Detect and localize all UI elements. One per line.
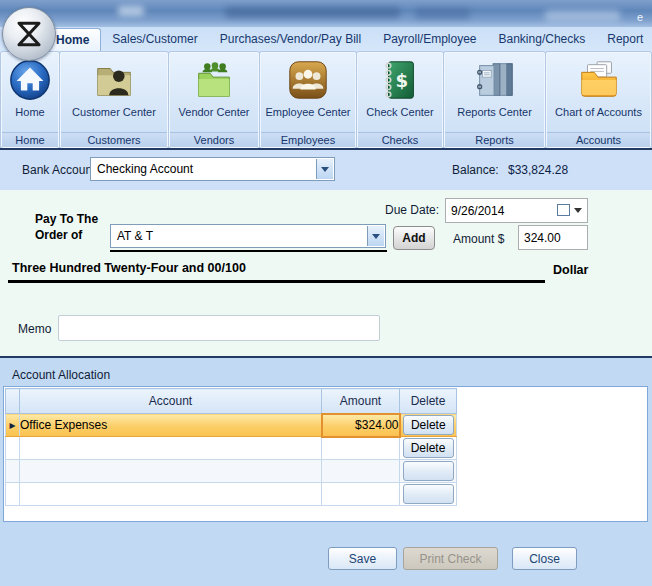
amount-cell[interactable] [322, 437, 400, 460]
svg-text:$: $ [396, 70, 409, 91]
delete-row-button[interactable]: Delete [403, 438, 454, 458]
account-cell[interactable] [20, 460, 322, 483]
ribbon-tab-bar: Home Sales/Customer Purchases/Vendor/Pay… [0, 27, 652, 51]
amount-cell[interactable]: $324.00 [322, 414, 400, 437]
row-marker [6, 483, 20, 506]
memo-input[interactable] [58, 315, 380, 341]
payee-combobox[interactable]: AT & T [110, 224, 386, 248]
delete-column-header[interactable]: Delete [400, 389, 457, 414]
ribbon-group-caption[interactable]: Employees [261, 132, 355, 147]
employee-center-button[interactable]: Employee Center [261, 53, 355, 132]
table-row[interactable]: ▸ Office Expenses $324.00 Delete [6, 414, 457, 437]
vendor-center-icon [191, 57, 237, 103]
app-menu-orb[interactable] [2, 7, 56, 61]
titlebar-blur-blob [118, 6, 144, 16]
account-cell[interactable] [20, 437, 322, 460]
table-row[interactable] [6, 460, 457, 483]
add-payee-button[interactable]: Add [393, 226, 435, 250]
tab-purchases-vendor-pay-bill[interactable]: Purchases/Vendor/Pay Bill [209, 28, 372, 51]
row-marker [6, 437, 20, 460]
allocation-panel: Account Amount Delete ▸ Office Expenses … [3, 386, 648, 522]
tab-report[interactable]: Report [596, 28, 652, 51]
payee-value: AT & T [117, 229, 153, 243]
ribbon-group-home: Home Home [1, 52, 59, 148]
ribbon-group-caption[interactable]: Customers [61, 132, 167, 147]
bank-account-value: Checking Account [97, 162, 193, 176]
delete-row-button[interactable] [403, 461, 454, 481]
chevron-down-icon [321, 167, 329, 172]
pay-to-the-order-of-label: Pay To The Order of [35, 211, 98, 243]
customer-center-button[interactable]: Customer Center [61, 53, 167, 132]
check-form: Due Date: Pay To The Order of AT & T Add… [0, 190, 652, 356]
date-picker-button[interactable] [557, 204, 582, 216]
ribbon-group-caption[interactable]: Accounts [547, 132, 650, 147]
vendor-center-button[interactable]: Vendor Center [170, 53, 258, 132]
row-marker [6, 460, 20, 483]
account-column-header[interactable]: Account [20, 389, 322, 414]
customer-center-icon [91, 57, 137, 103]
ribbon-button-label: Home [15, 106, 44, 118]
due-date-input[interactable] [451, 199, 546, 222]
tab-banking-checks[interactable]: Banking/Checks [488, 28, 597, 51]
bank-account-label: Bank Account: [22, 163, 99, 177]
delete-row-button[interactable] [403, 484, 454, 504]
amount-cell[interactable] [322, 483, 400, 506]
home-button[interactable]: Home [2, 53, 58, 132]
check-center-icon: $ [377, 57, 423, 103]
table-row[interactable]: Delete [6, 437, 457, 460]
home-icon [7, 57, 53, 103]
ribbon-group-caption[interactable]: Vendors [170, 132, 258, 147]
close-button[interactable]: Close [512, 547, 577, 570]
write-checks-window: e Home Sales/Customer Purchases/Vendor/P… [0, 0, 652, 586]
payee-underline [110, 250, 387, 252]
ribbon-group-accounts: Chart of Accounts Accounts [546, 52, 651, 148]
row-selected-marker: ▸ [6, 414, 20, 437]
amount-column-header[interactable]: Amount [322, 389, 400, 414]
balance-label: Balance: [452, 163, 499, 177]
print-check-button[interactable]: Print Check [403, 547, 498, 570]
memo-label: Memo [18, 322, 51, 336]
ribbon-group-vendors: Vendor Center Vendors [169, 52, 259, 148]
delete-cell [400, 483, 457, 506]
ribbon-group-caption[interactable]: Home [2, 132, 58, 147]
due-date-label: Due Date: [385, 203, 439, 217]
ribbon-button-label: Check Center [366, 106, 433, 118]
account-cell[interactable]: Office Expenses [20, 414, 322, 437]
save-button[interactable]: Save [328, 547, 397, 570]
tab-sales-customer[interactable]: Sales/Customer [101, 28, 208, 51]
ribbon-button-label: Chart of Accounts [555, 106, 642, 118]
chart-of-accounts-icon [576, 57, 622, 103]
bank-account-dropdown-button[interactable] [316, 159, 333, 179]
delete-row-button[interactable]: Delete [403, 415, 454, 435]
account-cell[interactable] [20, 483, 322, 506]
ribbon-group-caption[interactable]: Reports [445, 132, 544, 147]
ribbon-group-employees: Employee Center Employees [260, 52, 356, 148]
amount-in-words: Three Hundred Twenty-Four and 00/100 [12, 261, 246, 275]
table-row[interactable] [6, 483, 457, 506]
amount-cell[interactable] [322, 460, 400, 483]
bank-account-strip: Bank Account: Checking Account Balance: … [0, 150, 652, 190]
reports-center-button[interactable]: Reports Center [445, 53, 544, 132]
delete-cell [400, 460, 457, 483]
ribbon-toolbar: Home Home Customer Center Customers [0, 51, 652, 148]
ribbon-group-caption[interactable]: Checks [358, 132, 442, 147]
account-allocation-title: Account Allocation [12, 368, 110, 382]
titlebar-blur-blob [415, 8, 470, 19]
app-logo-icon [9, 14, 49, 54]
chevron-down-icon [574, 208, 582, 213]
chart-of-accounts-button[interactable]: Chart of Accounts [547, 53, 650, 132]
bank-account-combobox[interactable]: Checking Account [90, 157, 335, 181]
reports-center-icon [472, 57, 518, 103]
ribbon-group-checks: $ Check Center Checks [357, 52, 443, 148]
ribbon-group-customers: Customer Center Customers [60, 52, 168, 148]
due-date-field[interactable] [445, 198, 588, 223]
payee-dropdown-button[interactable] [367, 226, 384, 246]
tab-payroll-employee[interactable]: Payroll/Employee [372, 28, 487, 51]
titlebar-right-text: e [637, 11, 643, 23]
balance-value: $33,824.28 [508, 163, 568, 177]
delete-cell: Delete [400, 437, 457, 460]
employee-center-icon [285, 57, 331, 103]
amount-input[interactable] [518, 225, 588, 250]
ribbon-group-reports: Reports Center Reports [444, 52, 545, 148]
check-center-button[interactable]: $ Check Center [358, 53, 442, 132]
